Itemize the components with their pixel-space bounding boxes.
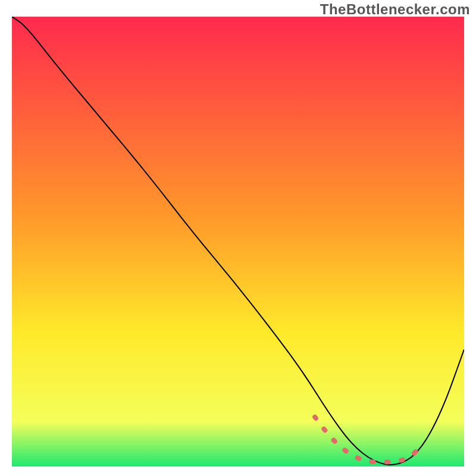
gradient-background — [12, 17, 464, 466]
chart-frame: TheBottlenecker.com — [0, 0, 476, 476]
watermark-text: TheBottlenecker.com — [320, 1, 470, 18]
plot-area — [12, 17, 464, 466]
chart-svg — [12, 17, 464, 466]
